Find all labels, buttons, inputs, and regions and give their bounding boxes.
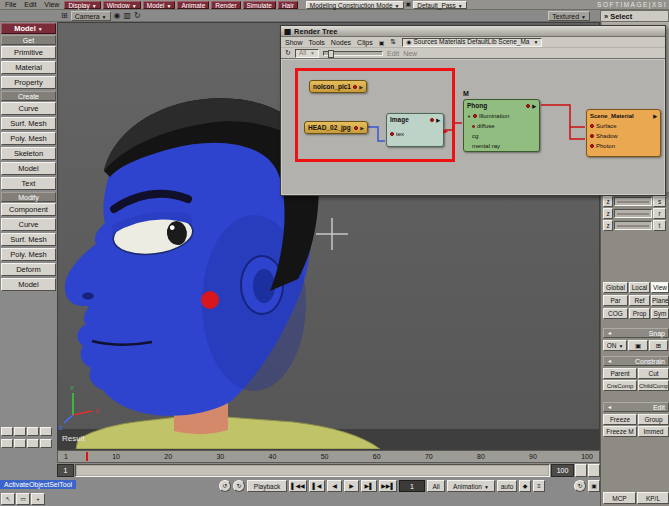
prop-button[interactable]: Prop <box>629 308 650 319</box>
local-button[interactable]: Local <box>629 282 650 293</box>
playback-menu-button[interactable]: Playback <box>247 480 287 492</box>
expand-arrow-icon[interactable]: ▶ <box>359 84 363 90</box>
mcp-button[interactable]: MCP <box>603 492 636 504</box>
freeze-m-button[interactable]: Freeze M <box>603 426 637 437</box>
scale-z-slider[interactable] <box>614 197 652 206</box>
node-image[interactable]: Image ▶ tex ▶ <box>386 113 444 147</box>
plane-button[interactable]: Plane <box>651 295 669 306</box>
play-backward-button[interactable]: ◀ <box>327 480 342 492</box>
layout-grid-icon[interactable]: ⊞ <box>61 11 68 20</box>
all-button[interactable]: All <box>427 480 445 492</box>
node-head-02-jpg[interactable]: HEAD_02_jpg ▶ <box>304 121 368 134</box>
current-frame-field[interactable]: 1 <box>399 480 425 492</box>
ref-button[interactable]: Ref <box>629 295 650 306</box>
sym-button[interactable]: Sym <box>651 308 669 319</box>
node-scene-material[interactable]: Scene_Material ▶ Surface Shadow Photon <box>586 109 661 157</box>
menu-window[interactable]: Window▼ <box>103 1 141 9</box>
timeline-ruler[interactable]: 1 10 20 30 40 50 60 70 80 90 100 <box>57 450 600 463</box>
snap-grid-icon[interactable]: ⊞ <box>649 340 668 351</box>
input-dot-surface[interactable] <box>590 124 594 128</box>
output-dot[interactable] <box>354 126 358 130</box>
sidebar-button-modify-surf-mesh[interactable]: Surf. Mesh <box>1 233 56 246</box>
section-get[interactable]: Get <box>1 35 56 45</box>
sidebar-button-create-poly-mesh[interactable]: Poly. Mesh <box>1 132 56 145</box>
sidebar-button-get-material[interactable]: Material <box>1 61 56 74</box>
refresh-icon[interactable]: ↻ <box>285 49 291 57</box>
input-dot-photon[interactable] <box>590 144 594 148</box>
menu-animate[interactable]: Animate <box>177 1 209 9</box>
step-back-key-button[interactable]: ▌◀ <box>309 480 325 492</box>
sidebar-button-modify-curve[interactable]: Curve <box>1 218 56 231</box>
menu-clips[interactable]: Clips <box>357 39 373 46</box>
menu-show[interactable]: Show <box>285 39 303 46</box>
camera-view-dropdown[interactable]: Camera▼ <box>71 11 111 21</box>
go-to-end-button[interactable]: ▶▶▌ <box>379 480 397 492</box>
snap-point-icon[interactable]: ▣ <box>628 340 648 351</box>
range-start-field[interactable]: 1 <box>57 464 74 477</box>
rotate-z-slider[interactable] <box>614 209 652 218</box>
module-selector-dropdown[interactable]: Model▼ <box>143 1 176 9</box>
grid-tool-button[interactable] <box>14 439 26 448</box>
global-button[interactable]: Global <box>603 282 628 293</box>
section-modify[interactable]: Modify <box>1 192 56 202</box>
step-forward-key-button[interactable]: ▶▌ <box>361 480 377 492</box>
grid-tool-button[interactable] <box>40 439 52 448</box>
select-panel-header[interactable]: » Select <box>600 10 669 22</box>
grid-tool-button[interactable] <box>27 427 39 436</box>
scale-mode-button[interactable]: s <box>653 196 666 207</box>
key-icon[interactable]: ◆ <box>519 480 531 492</box>
autokey-button[interactable]: auto <box>497 480 517 492</box>
output-dot[interactable] <box>526 104 530 108</box>
pass-lock-icon[interactable]: ▣ <box>406 0 412 9</box>
animation-dropdown[interactable]: Animation▼ <box>447 480 495 492</box>
input-dot-diffuse[interactable] <box>472 125 475 128</box>
range-end-field[interactable]: 100 <box>551 464 574 477</box>
sidebar-button-get-primitive[interactable]: Primitive <box>1 46 56 59</box>
sidebar-button-modify-poly-mesh[interactable]: Poly. Mesh <box>1 248 56 261</box>
axis-z-button[interactable]: z <box>603 220 613 231</box>
snap-section-header[interactable]: ◄Snap <box>603 328 669 338</box>
grid-tool-button[interactable] <box>40 427 52 436</box>
add-select-icon[interactable]: + <box>31 493 45 505</box>
expand-arrow-icon[interactable]: ▶ <box>436 117 440 123</box>
range-slider[interactable] <box>75 464 550 477</box>
loop-right-icon[interactable]: ↻ <box>233 480 245 492</box>
translate-mode-button[interactable]: t <box>653 220 666 231</box>
pass-dropdown[interactable]: Default_Pass▼ <box>413 1 467 9</box>
grid-tool-button[interactable] <box>1 439 13 448</box>
refresh-icon[interactable]: ↻ <box>134 11 141 20</box>
swap-icon[interactable]: ⇅ <box>390 38 396 46</box>
construction-mode-dropdown[interactable]: Modeling Construction Mode▼ <box>306 1 404 9</box>
lock-icon[interactable]: ▣ <box>588 480 600 492</box>
axis-z-button[interactable]: z <box>603 208 613 219</box>
translate-z-slider[interactable] <box>614 221 652 230</box>
grid-tool-button[interactable] <box>1 427 13 436</box>
filter-dropdown[interactable]: All▼ <box>295 49 319 58</box>
node-phong[interactable]: Phong ▶ ▼Illumination diffuse cg mental … <box>463 99 540 152</box>
menu-nodes[interactable]: Nodes <box>331 39 351 46</box>
immed-button[interactable]: Immed <box>638 426 669 437</box>
lock-icon[interactable]: ▣ <box>379 39 385 46</box>
sidebar-button-modify-component[interactable]: Component <box>1 203 56 216</box>
cut-button[interactable]: Cut <box>638 368 669 379</box>
output-arrow-icon[interactable]: ▶ <box>443 128 448 134</box>
menu-simulate[interactable]: Simulate <box>243 1 276 9</box>
par-button[interactable]: Par <box>603 295 628 306</box>
playhead-marker[interactable] <box>86 452 88 461</box>
input-dot-illumination[interactable] <box>473 114 477 118</box>
zoom-slider[interactable] <box>323 51 383 56</box>
menu-render[interactable]: Render <box>211 1 240 9</box>
output-dot[interactable] <box>353 85 357 89</box>
collapse-icon[interactable]: ▼ <box>467 114 471 119</box>
sidebar-button-create-curve[interactable]: Curve <box>1 102 56 115</box>
node-noicon-pic1[interactable]: noIcon_pic1 ▶ <box>309 80 367 93</box>
range-zoom-out-button[interactable] <box>575 464 587 477</box>
constrain-section-header[interactable]: ◄Constrain <box>603 356 669 366</box>
shader-path-dropdown[interactable]: ◉ Sources Materials DefaultLib Scene_Ma▼ <box>402 38 542 47</box>
menu-edit[interactable]: Edit <box>21 1 39 9</box>
sidebar-button-create-text[interactable]: Text <box>1 177 56 190</box>
expand-arrow-icon[interactable]: ▶ <box>653 113 657 119</box>
shading-mode-dropdown[interactable]: Textured▼ <box>548 11 590 21</box>
view-button[interactable]: View <box>651 282 669 293</box>
cog-button[interactable]: COG <box>603 308 628 319</box>
